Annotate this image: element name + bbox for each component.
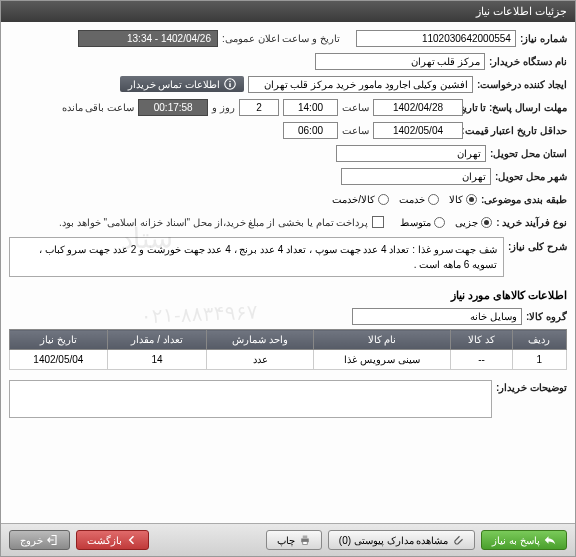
requester-field: افشین وکیلی اجارود مامور خرید مرکز قلب ت… (248, 76, 473, 93)
back-button[interactable]: بازگشت (76, 530, 149, 550)
desc-box: شف جهت سرو غذا : تعداد 4 عدد جهت سوپ ، ت… (9, 237, 504, 277)
radio-circle-icon (434, 217, 445, 228)
exit-icon (47, 534, 59, 546)
footer-bar: پاسخ به نیاز مشاهده مدارک پیوستی (0) چاپ… (1, 523, 575, 556)
payment-note: پرداخت تمام یا بخشی از مبلغ خرید،از محل … (59, 217, 368, 228)
th-qty: تعداد / مقدار (107, 330, 207, 350)
print-button[interactable]: چاپ (266, 530, 322, 550)
requester-label: ایجاد کننده درخواست: (477, 79, 567, 90)
th-unit: واحد شمارش (207, 330, 314, 350)
print-icon (299, 534, 311, 546)
respond-button[interactable]: پاسخ به نیاز (481, 530, 567, 550)
th-code: کد کالا (451, 330, 513, 350)
time-label-1: ساعت (342, 102, 369, 113)
table-cell: سینی سرویس غذا (313, 350, 450, 370)
items-section-title: اطلاعات کالاهای مورد نیاز (9, 289, 567, 302)
group-label: گروه کالا: (526, 311, 567, 322)
th-row: ردیف (512, 330, 566, 350)
th-needdate: تاریخ نیاز (10, 330, 108, 350)
attachments-label: مشاهده مدارک پیوستی (0) (339, 535, 449, 546)
category-label: طبقه بندی موضوعی: (481, 194, 567, 205)
back-icon (126, 534, 138, 546)
validity-label: حداقل تاریخ اعتبار قیمت: تا تاریخ: (467, 125, 567, 136)
radio-goods[interactable]: کالا (449, 194, 477, 205)
radio-service[interactable]: خدمت (399, 194, 439, 205)
radio-both-label: کالا/خدمت (332, 194, 375, 205)
svg-point-2 (229, 81, 231, 83)
table-cell: 1 (512, 350, 566, 370)
buyer-org-field: مرکز قلب تهران (315, 53, 485, 70)
attachments-button[interactable]: مشاهده مدارک پیوستی (0) (328, 530, 476, 550)
delivery-province-label: استان محل تحویل: (490, 148, 567, 159)
table-cell: 1402/05/04 (10, 350, 108, 370)
radio-medium-label: متوسط (400, 217, 431, 228)
deadline-label: مهلت ارسال پاسخ: تا تاریخ: (467, 102, 567, 113)
window-title: جزئیات اطلاعات نیاز (476, 5, 567, 18)
th-name: نام کالا (313, 330, 450, 350)
radio-both[interactable]: کالا/خدمت (332, 194, 389, 205)
desc-label: شرح کلی نیاز: (508, 241, 567, 252)
radio-circle-icon (378, 194, 389, 205)
radio-service-label: خدمت (399, 194, 425, 205)
attachment-icon (452, 534, 464, 546)
radio-partial-label: جزیی (455, 217, 478, 228)
radio-partial[interactable]: جزیی (455, 217, 492, 228)
buyer-comment-label: توضیحات خریدار: (496, 382, 567, 393)
reply-icon (544, 534, 556, 546)
remain-time-field: 00:17:58 (138, 99, 208, 116)
contact-link-label: اطلاعات تماس خریدار (128, 79, 221, 90)
contact-link[interactable]: اطلاعات تماس خریدار (120, 76, 245, 92)
print-label: چاپ (277, 535, 295, 546)
public-date-label: تاریخ و ساعت اعلان عمومی: (222, 33, 340, 44)
buyer-comment-box (9, 380, 492, 418)
svg-rect-1 (229, 83, 231, 87)
validity-date-field: 1402/05/04 (373, 122, 463, 139)
time-label-2: ساعت (342, 125, 369, 136)
svg-rect-4 (303, 536, 308, 539)
process-label: نوع فرآیند خرید : (496, 217, 567, 228)
svg-rect-5 (303, 542, 308, 545)
category-radio-group: کالا خدمت کالا/خدمت (332, 194, 477, 205)
respond-label: پاسخ به نیاز (492, 535, 540, 546)
titlebar: جزئیات اطلاعات نیاز (1, 1, 575, 22)
exit-label: خروج (20, 535, 43, 546)
deadline-time-field: 14:00 (283, 99, 338, 116)
radio-dot-icon (481, 217, 492, 228)
content-area: ستاد ۰۲۱-۸۸۳۴۹۶۷ شماره نیاز: 11020306420… (1, 22, 575, 523)
public-date-field: 1402/04/26 - 13:34 (78, 30, 218, 47)
need-number-label: شماره نیاز: (520, 33, 567, 44)
radio-medium[interactable]: متوسط (400, 217, 445, 228)
group-field: وسایل خانه (352, 308, 522, 325)
payment-checkbox[interactable] (372, 216, 384, 228)
day-label: روز و (212, 102, 235, 113)
back-label: بازگشت (87, 535, 122, 546)
info-icon (224, 78, 236, 90)
delivery-city-label: شهر محل تحویل: (495, 171, 567, 182)
table-cell: عدد (207, 350, 314, 370)
table-header-row: ردیف کد کالا نام کالا واحد شمارش تعداد /… (10, 330, 567, 350)
radio-dot-icon (466, 194, 477, 205)
delivery-city-field: تهران (341, 168, 491, 185)
radio-goods-label: کالا (449, 194, 463, 205)
table-row[interactable]: 1--سینی سرویس غذاعدد141402/05/04 (10, 350, 567, 370)
validity-time-field: 06:00 (283, 122, 338, 139)
items-table: ردیف کد کالا نام کالا واحد شمارش تعداد /… (9, 329, 567, 370)
table-cell: 14 (107, 350, 207, 370)
process-radio-group: جزیی متوسط (400, 217, 492, 228)
delivery-province-field: تهران (336, 145, 486, 162)
remain-label: ساعت باقی مانده (62, 102, 135, 113)
radio-circle-icon (428, 194, 439, 205)
table-cell: -- (451, 350, 513, 370)
buyer-org-label: نام دستگاه خریدار: (489, 56, 567, 67)
deadline-date-field: 1402/04/28 (373, 99, 463, 116)
need-number-field: 1102030642000554 (356, 30, 516, 47)
days-left-field: 2 (239, 99, 279, 116)
exit-button[interactable]: خروج (9, 530, 70, 550)
